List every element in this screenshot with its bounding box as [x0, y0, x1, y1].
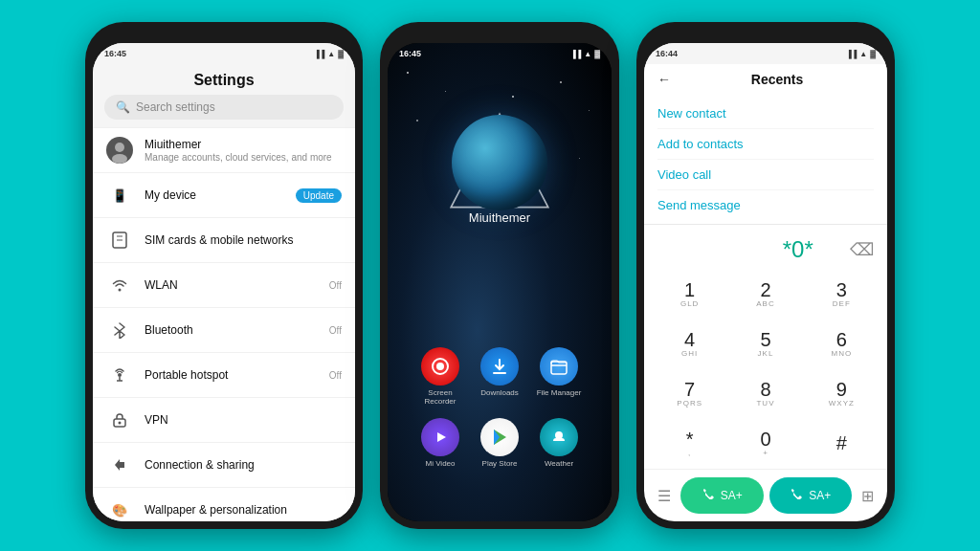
app-downloads[interactable]: Downloads [475, 347, 524, 407]
key-4[interactable]: 4 GHI [652, 319, 727, 368]
apps-row-2: Mi Video Play Store Weather [388, 418, 612, 469]
app-weather[interactable]: Weather [534, 418, 584, 469]
item-label: Bluetooth [145, 323, 318, 337]
connection-icon [106, 452, 133, 478]
svg-point-20 [436, 363, 444, 370]
sim-icon [106, 227, 133, 253]
apps-row-1: Screen Recorder Downloads File Manager [388, 347, 612, 407]
home-phone: 16:45 ▐▐ ▲ ▓ Miuithemer [380, 22, 619, 529]
wlan-status: Off [329, 280, 342, 291]
settings-item-sim[interactable]: SIM cards & mobile networks [93, 218, 355, 263]
item-label: My device [145, 188, 284, 202]
settings-item-wlan[interactable]: WLAN Off [93, 263, 355, 308]
app-icon-img [540, 347, 578, 386]
settings-item-my-device[interactable]: 📱 My device Update [93, 173, 355, 218]
app-label: Weather [545, 459, 573, 469]
svg-point-6 [118, 373, 122, 377]
svg-point-0 [115, 143, 124, 152]
item-label: Wallpaper & personalization [145, 503, 342, 517]
item-label: Connection & sharing [145, 458, 342, 472]
dialer-bottom-bar: ☰ SA+ SA+ ⊞ [644, 469, 887, 521]
recents-menu-list: New contact Add to contacts Video call S… [644, 95, 887, 225]
device-icon: 📱 [106, 182, 133, 209]
status-time: 16:45 [399, 49, 421, 58]
app-mi-video[interactable]: Mi Video [415, 418, 465, 469]
menu-icon[interactable]: ☰ [654, 487, 675, 505]
status-bar: 16:44 ▐▐ ▲ ▓ [644, 43, 887, 64]
signal-icon: ▐▐ [846, 50, 857, 58]
status-bar: 16:45 ▐▐ ▲ ▓ [93, 43, 355, 64]
dialer-display: *0* ⌫ [644, 225, 887, 269]
settings-item-wallpaper[interactable]: 🎨 Wallpaper & personalization [93, 488, 355, 521]
key-2[interactable]: 2 ABC [727, 269, 803, 319]
key-hash[interactable]: # [804, 419, 880, 469]
menu-item-send-message[interactable]: Send message [657, 190, 874, 220]
menu-item-add-contact[interactable]: Add to contacts [657, 129, 874, 160]
app-icon-img [480, 418, 519, 456]
key-5[interactable]: 5 JKL [727, 319, 803, 368]
key-8[interactable]: 8 TUV [727, 369, 803, 419]
app-file-manager[interactable]: File Manager [534, 347, 584, 407]
app-label: Play Store [482, 459, 518, 469]
settings-list: Miuithemer Manage accounts, cloud servic… [93, 127, 355, 521]
dialer-title: Recents [680, 72, 874, 87]
keypad-grid-icon[interactable]: ⊞ [858, 487, 878, 505]
wallpaper-icon: 🎨 [106, 496, 133, 521]
key-7[interactable]: 7 PQRS [652, 369, 727, 419]
dialer-phone: 16:44 ▐▐ ▲ ▓ ← Recents New contact Add t… [636, 22, 895, 529]
back-button[interactable]: ← [657, 72, 671, 87]
key-0[interactable]: 0 + [727, 419, 803, 469]
settings-search-bar[interactable]: 🔍 Search settings [104, 95, 344, 120]
vpn-icon [106, 407, 133, 433]
app-screen-recorder[interactable]: Screen Recorder [415, 347, 465, 407]
hotspot-status: Off [329, 370, 342, 381]
settings-item-bluetooth[interactable]: Bluetooth Off [93, 308, 355, 353]
search-icon: 🔍 [116, 100, 130, 114]
phone-icon [702, 489, 715, 502]
settings-profile-item[interactable]: Miuithemer Manage accounts, cloud servic… [93, 127, 355, 173]
key-6[interactable]: 6 MNO [804, 319, 880, 368]
app-label: Mi Video [426, 459, 456, 469]
app-icon-img [421, 347, 459, 386]
battery-icon: ▓ [870, 50, 876, 58]
battery-icon: ▓ [338, 50, 344, 58]
call-button-label-2: SA+ [809, 489, 831, 502]
menu-item-video-call[interactable]: Video call [657, 160, 874, 190]
status-time: 16:44 [656, 49, 678, 58]
settings-phone: 16:45 ▐▐ ▲ ▓ Settings 🔍 Search settings [85, 22, 363, 529]
item-label: Portable hotspot [145, 368, 318, 382]
settings-item-hotspot[interactable]: Portable hotspot Off [93, 353, 355, 398]
app-label: Downloads [480, 388, 519, 398]
status-time: 16:45 [104, 49, 126, 58]
menu-item-new-contact[interactable]: New contact [657, 99, 874, 129]
key-9[interactable]: 9 WXYZ [804, 369, 880, 419]
keypad: 1 GLD 2 ABC 3 DEF 4 GHI 5 JKL [644, 269, 887, 469]
settings-item-vpn[interactable]: VPN [93, 398, 355, 443]
status-icons: ▐▐ ▲ ▓ [314, 50, 344, 58]
svg-point-1 [112, 154, 127, 164]
profile-avatar [106, 137, 133, 164]
phone-icon-2 [790, 489, 803, 502]
profile-name: Miuithemer [145, 138, 342, 151]
planet-widget [437, 100, 562, 225]
app-icon-img [540, 418, 578, 456]
app-play-store[interactable]: Play Store [475, 418, 524, 469]
app-icon-img [480, 347, 519, 386]
wifi-icon: ▲ [584, 50, 591, 58]
backspace-button[interactable]: ⌫ [850, 239, 874, 260]
wlan-icon [106, 272, 133, 298]
key-star[interactable]: * , [652, 419, 727, 469]
settings-title: Settings [93, 64, 355, 95]
call-button-teal[interactable]: SA+ [769, 477, 853, 514]
app-icon-img [421, 418, 459, 456]
dialer-screen: 16:44 ▐▐ ▲ ▓ ← Recents New contact Add t… [644, 43, 887, 521]
wifi-icon: ▲ [327, 50, 335, 58]
search-placeholder: Search settings [136, 100, 215, 114]
key-3[interactable]: 3 DEF [804, 269, 880, 319]
call-button-green[interactable]: SA+ [680, 477, 764, 514]
key-1[interactable]: 1 GLD [652, 269, 727, 319]
settings-item-connection[interactable]: Connection & sharing [93, 443, 355, 488]
battery-icon: ▓ [594, 50, 600, 58]
bluetooth-status: Off [329, 325, 342, 336]
status-icons: ▐▐ ▲ ▓ [846, 50, 876, 58]
